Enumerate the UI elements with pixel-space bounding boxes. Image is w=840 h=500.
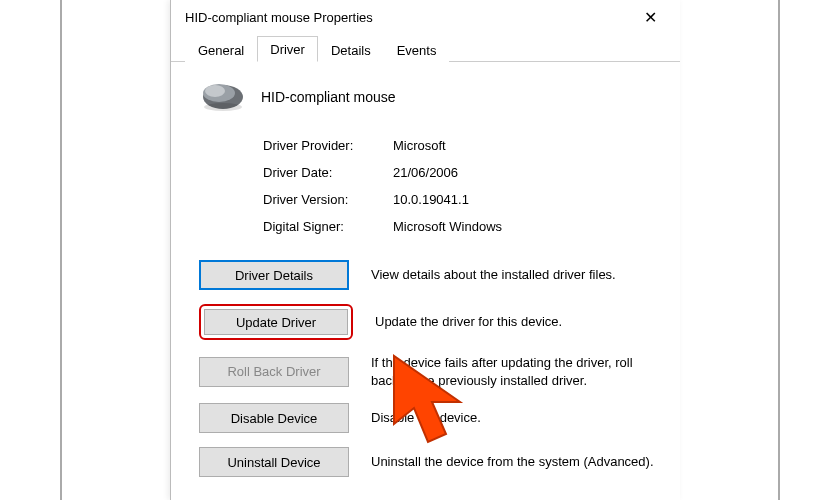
- signer-value: Microsoft Windows: [393, 219, 502, 234]
- info-row-date: Driver Date: 21/06/2006: [263, 165, 662, 180]
- info-row-provider: Driver Provider: Microsoft: [263, 138, 662, 153]
- svg-point-3: [204, 103, 242, 111]
- disable-device-button[interactable]: Disable Device: [199, 403, 349, 433]
- date-value: 21/06/2006: [393, 165, 458, 180]
- action-row-details: Driver Details View details about the in…: [199, 260, 662, 290]
- close-button[interactable]: ✕: [628, 2, 672, 32]
- date-label: Driver Date:: [263, 165, 393, 180]
- provider-label: Driver Provider:: [263, 138, 393, 153]
- info-row-version: Driver Version: 10.0.19041.1: [263, 192, 662, 207]
- update-highlight: Update Driver: [199, 304, 353, 340]
- update-driver-desc: Update the driver for this device.: [375, 313, 662, 331]
- action-row-rollback: Roll Back Driver If the device fails aft…: [199, 354, 662, 389]
- action-row-uninstall: Uninstall Device Uninstall the device fr…: [199, 447, 662, 477]
- device-header: HID-compliant mouse: [199, 80, 662, 114]
- driver-details-button[interactable]: Driver Details: [199, 260, 349, 290]
- tab-general[interactable]: General: [185, 37, 257, 62]
- provider-value: Microsoft: [393, 138, 446, 153]
- properties-dialog: HID-compliant mouse Properties ✕ General…: [170, 0, 680, 500]
- titlebar: HID-compliant mouse Properties ✕: [171, 0, 680, 34]
- version-value: 10.0.19041.1: [393, 192, 469, 207]
- mouse-icon: [199, 80, 247, 114]
- signer-label: Digital Signer:: [263, 219, 393, 234]
- version-label: Driver Version:: [263, 192, 393, 207]
- tab-events[interactable]: Events: [384, 37, 450, 62]
- window-title: HID-compliant mouse Properties: [185, 10, 628, 25]
- update-driver-button[interactable]: Update Driver: [204, 309, 348, 335]
- svg-point-2: [205, 85, 225, 97]
- action-row-update: Update Driver Update the driver for this…: [199, 304, 662, 340]
- tabstrip: General Driver Details Events: [171, 34, 680, 62]
- action-row-disable: Disable Device Disable the device.: [199, 403, 662, 433]
- tab-driver[interactable]: Driver: [257, 36, 318, 62]
- tab-details[interactable]: Details: [318, 37, 384, 62]
- info-row-signer: Digital Signer: Microsoft Windows: [263, 219, 662, 234]
- uninstall-device-button[interactable]: Uninstall Device: [199, 447, 349, 477]
- tab-content: HID-compliant mouse Driver Provider: Mic…: [171, 62, 680, 477]
- device-name: HID-compliant mouse: [261, 89, 396, 105]
- uninstall-device-desc: Uninstall the device from the system (Ad…: [371, 453, 662, 471]
- rollback-driver-button: Roll Back Driver: [199, 357, 349, 387]
- disable-device-desc: Disable the device.: [371, 409, 662, 427]
- action-buttons: Driver Details View details about the in…: [199, 260, 662, 477]
- driver-details-desc: View details about the installed driver …: [371, 266, 662, 284]
- close-icon: ✕: [644, 8, 657, 27]
- driver-info: Driver Provider: Microsoft Driver Date: …: [263, 138, 662, 234]
- rollback-driver-desc: If the device fails after updating the d…: [371, 354, 662, 389]
